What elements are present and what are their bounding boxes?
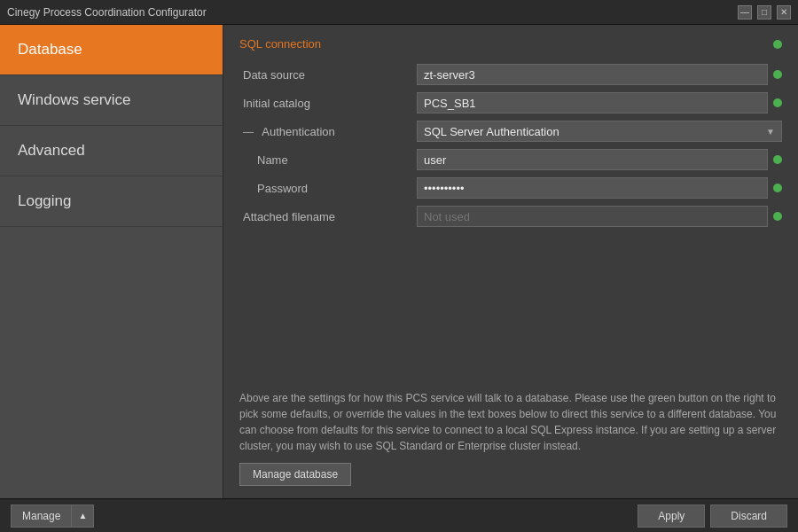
password-label: Password — [239, 182, 417, 195]
sidebar-item-advanced[interactable]: Advanced — [0, 126, 223, 176]
main-layout: Database Windows service Advanced Loggin… — [0, 25, 798, 498]
password-input-wrap — [417, 177, 782, 199]
name-indicator — [773, 155, 782, 164]
authentication-select[interactable]: SQL Server Authentication Windows Authen… — [417, 121, 782, 142]
initial-catalog-input[interactable] — [417, 92, 768, 113]
manage-button[interactable]: Manage — [11, 505, 72, 528]
apply-button[interactable]: Apply — [638, 505, 705, 528]
password-indicator — [773, 184, 782, 192]
authentication-label: — Authentication — [239, 125, 417, 138]
auth-collapse-icon[interactable]: — — [243, 126, 256, 138]
name-input[interactable] — [417, 149, 768, 170]
data-source-input[interactable] — [417, 64, 768, 85]
attached-filename-row: Attached filename — [239, 205, 782, 228]
discard-button[interactable]: Discard — [710, 505, 787, 528]
sidebar-item-windows-service[interactable]: Windows service — [0, 75, 223, 126]
name-row: Name — [239, 148, 782, 171]
authentication-input-wrap: SQL Server Authentication Windows Authen… — [417, 121, 782, 142]
minimize-button[interactable]: — — [738, 5, 752, 20]
data-source-label: Data source — [239, 68, 417, 82]
close-button[interactable]: ✕ — [777, 5, 791, 20]
sidebar-item-database[interactable]: Database — [0, 25, 223, 75]
sidebar: Database Windows service Advanced Loggin… — [0, 25, 223, 498]
sql-connection-title: SQL connection — [239, 37, 321, 51]
sql-connection-header: SQL connection — [239, 37, 782, 51]
description-text: Above are the settings for how this PCS … — [239, 376, 782, 486]
attached-filename-input-wrap — [417, 206, 782, 227]
manage-dropdown: Manage ▲ — [11, 505, 94, 528]
initial-catalog-input-wrap — [417, 92, 782, 113]
manage-dropdown-arrow[interactable]: ▲ — [72, 505, 94, 528]
initial-catalog-row: Initial catalog — [239, 91, 782, 114]
name-input-wrap — [417, 149, 782, 170]
sidebar-item-logging[interactable]: Logging — [0, 176, 223, 227]
bottom-bar: Manage ▲ Apply Discard — [0, 498, 798, 532]
title-bar-title: Cinegy Process Coordination Configurator — [7, 6, 207, 19]
attached-filename-indicator — [773, 212, 782, 221]
password-input[interactable] — [417, 177, 768, 199]
authentication-row: — Authentication SQL Server Authenticati… — [239, 120, 782, 143]
data-source-indicator — [773, 70, 782, 79]
attached-filename-label: Attached filename — [239, 210, 417, 223]
data-source-input-wrap — [417, 64, 782, 85]
password-row: Password — [239, 176, 782, 200]
content-area: SQL connection Data source Initial catal… — [223, 25, 798, 498]
title-bar: Cinegy Process Coordination Configurator… — [0, 0, 798, 25]
action-buttons: Apply Discard — [638, 505, 787, 528]
maximize-button[interactable]: □ — [757, 5, 771, 20]
initial-catalog-indicator — [773, 98, 782, 107]
title-bar-controls: — □ ✕ — [738, 5, 791, 20]
section-indicator — [773, 40, 782, 49]
authentication-select-wrap: SQL Server Authentication Windows Authen… — [417, 121, 782, 142]
data-source-row: Data source — [239, 63, 782, 86]
name-label: Name — [239, 153, 417, 167]
initial-catalog-label: Initial catalog — [239, 97, 417, 110]
attached-filename-input[interactable] — [417, 206, 768, 227]
manage-database-button[interactable]: Manage database — [239, 463, 351, 486]
